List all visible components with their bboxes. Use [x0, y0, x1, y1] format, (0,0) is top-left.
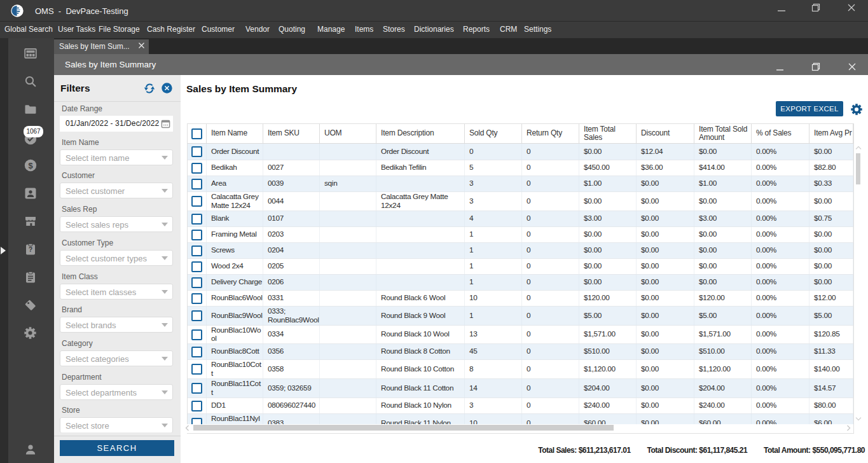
svg-text:$: $: [28, 161, 33, 170]
svg-text:?: ?: [29, 245, 32, 253]
